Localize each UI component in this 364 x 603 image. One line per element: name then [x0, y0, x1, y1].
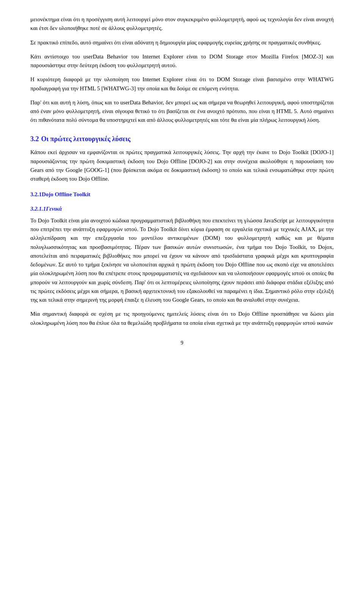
section-32-paragraph-1: Κάπου εκεί άρχισαν να εμφανίζονται οι πρ… — [30, 148, 334, 183]
section-3211-heading: 3.2.1.1Γενικά — [30, 205, 334, 213]
paragraph-5: Παρ' ότι και αυτή η λύση, όπως και το us… — [30, 98, 334, 125]
label-to: To — [30, 217, 36, 224]
paragraph-2: Σε πρακτικό επίπεδο, αυτό σημαίνει ότι ε… — [30, 38, 334, 47]
page-container: μειονέκτημα είναι ότι η προσέγγιση αυτή … — [0, 0, 364, 603]
page-number: 9 — [30, 339, 334, 347]
paragraph-3: Κάτι αντίστοιχο του userData Behavior το… — [30, 52, 334, 70]
section-32-number: 3.2 — [30, 135, 39, 143]
section-32-heading: 3.2Οι πρώτες λειτουργικές λύσεις — [30, 134, 334, 145]
section-3211-title: Γενικά — [46, 206, 62, 212]
paragraph-4: Η κυριότερη διαφορά με την υλοποίηση του… — [30, 75, 334, 93]
section-3211-paragraph-1: To Dojo Toolkit είναι μία ανοιχτού κώδικ… — [30, 216, 334, 305]
section-32-title: Οι πρώτες λειτουργικές λύσεις — [41, 135, 131, 143]
section-321-number: 3.2.1 — [30, 191, 42, 197]
paragraph-1: μειονέκτημα είναι ότι η προσέγγιση αυτή … — [30, 15, 334, 33]
section-3211-paragraph-1-rest: Dojo Toolkit είναι μία ανοιχτού κώδικα π… — [30, 217, 334, 303]
section-321-heading: 3.2.1Dojo Offline Toolkit — [30, 190, 334, 199]
section-3211-number: 3.2.1.1 — [30, 206, 46, 212]
section-3211-paragraph-2: Μία σημαντική διαφορά σε σχέση με τις πρ… — [30, 310, 334, 327]
section-321-title: Dojo Offline Toolkit — [42, 191, 90, 197]
